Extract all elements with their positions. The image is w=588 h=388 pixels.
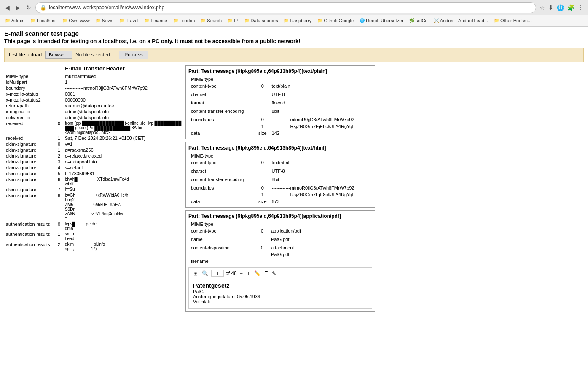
part-text-plain-table: MIME-type content-type 0 text/plain (188, 76, 372, 136)
folder-icon: 📁 (173, 18, 178, 23)
row-key: content-transfer-encoding (188, 176, 256, 183)
row-key: data (188, 130, 256, 136)
bookmark-search[interactable]: 📁 Search (198, 18, 224, 24)
address-bar[interactable]: 🔒 localhost/www-workspace/email/src/www/… (35, 2, 536, 13)
bookmark-data-sources[interactable]: 📁 Data sources (242, 18, 281, 24)
page-title: E-mail scanner test page (4, 30, 584, 37)
row-val: attachment (268, 244, 372, 251)
browse-button[interactable]: Browse... (45, 51, 72, 59)
table-row: dkim-signature 7 h=Su (4, 187, 185, 193)
bookmark-label: Own www (69, 18, 90, 23)
row-key: boundary (4, 85, 55, 91)
star-icon[interactable]: ☆ (539, 3, 546, 12)
table-row: 1 ------------RsjZN0Gm7EjE8c9JLA4RgYqL (188, 123, 372, 130)
row-key: boundaries (188, 116, 256, 123)
browser-toolbar: ◀ ▶ ↻ 🔒 localhost/www-workspace/email/sr… (0, 0, 588, 15)
bookmark-news[interactable]: 📁 News (93, 18, 116, 24)
row-key: return-path (4, 103, 55, 109)
table-row: delivered-to admin@datapool.info (4, 115, 185, 120)
download-icon[interactable]: ⬇ (548, 3, 554, 12)
table-row: content-type 0 text/plain (188, 83, 372, 89)
part-pdf-table: MIME-type content-type 0 application/pdf (188, 221, 372, 265)
pdf-edit-button[interactable]: ✏️ (253, 270, 262, 277)
row-val: lvps█ pe.dedma (63, 221, 185, 231)
bookmark-ip[interactable]: 📁 IP (225, 18, 241, 24)
row-key: content-type (188, 227, 256, 234)
pdf-zoom-in-button[interactable]: + (246, 270, 251, 277)
row-val: PatG.pdf (268, 251, 372, 258)
bookmark-other[interactable]: 📁 Other Bookm... (491, 18, 534, 24)
bookmark-anduril[interactable]: ⚔️ Anduril - Anduril Lead... (431, 18, 491, 24)
table-row: x-mozilla-status2 00000000 (4, 97, 185, 103)
table-row: 1 ------------RsjZN0Gm7EjE8c9JLA4RgYqL (188, 191, 372, 198)
row-idx: 1 (256, 123, 269, 130)
row-val: ------------mtmoR0jjG8rATwh8FMrW7p92 (269, 116, 372, 123)
row-key: authentication-results (4, 231, 55, 241)
bookmark-localhost[interactable]: 📁 Localhost (28, 18, 59, 24)
bookmark-label: Finance (150, 18, 167, 23)
bookmark-travel[interactable]: 📁 Travel (117, 18, 141, 24)
table-row: authentication-results 2 dkim bl.infospf… (4, 241, 185, 252)
bookmark-finance[interactable]: 📁 Finance (142, 18, 169, 24)
row-idx (55, 85, 63, 91)
row-key: boundaries (188, 185, 256, 191)
reload-button[interactable]: ↻ (24, 3, 33, 12)
row-val: b=Gh +xRWWbfA0He/hFuq2ZM6 6a6kuEL8AE7/S9… (63, 193, 185, 221)
row-idx (55, 79, 63, 85)
folder-icon: 📁 (144, 18, 149, 23)
pdf-search-button[interactable]: 🔍 (201, 270, 209, 277)
row-idx (256, 176, 269, 183)
row-key: content-type (188, 159, 256, 166)
row-idx: 4 (55, 165, 63, 171)
pdf-text-button[interactable]: T (263, 270, 269, 277)
bookmark-label: News (102, 18, 114, 23)
back-button[interactable]: ◀ (3, 3, 11, 12)
row-key: MIME-type (4, 73, 55, 79)
row-val: ------------RsjZN0Gm7EjE8c9JLA4RgYqL (269, 123, 372, 130)
table-row: data size 673 (188, 198, 372, 205)
table-row: boundaries 0 ------------mtmoR0jjG8rATwh… (188, 116, 372, 123)
pdf-page-input[interactable] (211, 270, 224, 277)
page-subtitle: This page is intended for testing on a l… (4, 38, 584, 44)
row-key: isMultipart (4, 79, 55, 85)
pdf-zoom-out-button[interactable]: − (239, 270, 244, 277)
row-idx: 0 (55, 141, 63, 147)
bookmark-london[interactable]: 📁 London (171, 18, 198, 24)
forward-button[interactable]: ▶ (14, 3, 22, 12)
bookmark-github-google[interactable]: 📁 Github Google (315, 18, 356, 24)
process-button[interactable]: Process (119, 51, 148, 59)
row-idx (55, 109, 63, 115)
row-key: dkim-signature (4, 187, 55, 193)
bookmark-setco[interactable]: 🌿 setCo (407, 18, 430, 24)
row-val (268, 258, 372, 265)
row-idx: 0 (256, 116, 269, 123)
no-file-text: No file selected. (75, 52, 111, 58)
row-idx: size (256, 198, 269, 205)
row-val (269, 153, 372, 159)
pdf-annotate-button[interactable]: ✎ (271, 270, 277, 277)
bookmark-deepl[interactable]: 🌐 DeepL Übersetzer (357, 18, 406, 24)
extension-icon[interactable]: 🧩 (567, 3, 575, 12)
row-val: s=default (63, 165, 185, 171)
row-key: dkim-signature (4, 147, 55, 153)
row-idx (256, 168, 269, 174)
table-row: content-disposition 0 attachment (188, 244, 372, 251)
table-row: authentication-results 1 smtphead (4, 231, 185, 241)
row-key (188, 191, 256, 198)
table-row: MIME-type (188, 153, 372, 159)
menu-icon[interactable]: ⋮ (577, 3, 585, 12)
pdf-page-layout-button[interactable]: ⊞ (192, 270, 199, 277)
globe-icon[interactable]: 🌐 (556, 3, 565, 12)
email-header-section: E-mail Transfer Header MIME-type multipa… (4, 65, 185, 315)
bookmark-raspberry[interactable]: 📁 Raspberry (281, 18, 314, 24)
bookmark-admin[interactable]: 📁 Admin (3, 18, 27, 24)
bookmark-label: setCo (416, 18, 428, 23)
table-row: dkim-signature 0 v=1 (4, 141, 185, 147)
table-row: dkim-signature 1 a=rsa-sha256 (4, 147, 185, 153)
folder-icon: 📁 (244, 18, 250, 23)
pdf-content: Patentgesetz PatG Ausfertigungsdatum: 05… (191, 280, 370, 307)
bookmark-own-www[interactable]: 📁 Own www (60, 18, 92, 24)
part-pdf-title: Part: Test message (6fpkg895eld,64p913h8… (188, 213, 372, 219)
bookmark-label: Localhost (37, 18, 56, 23)
row-key: charset (188, 91, 256, 98)
